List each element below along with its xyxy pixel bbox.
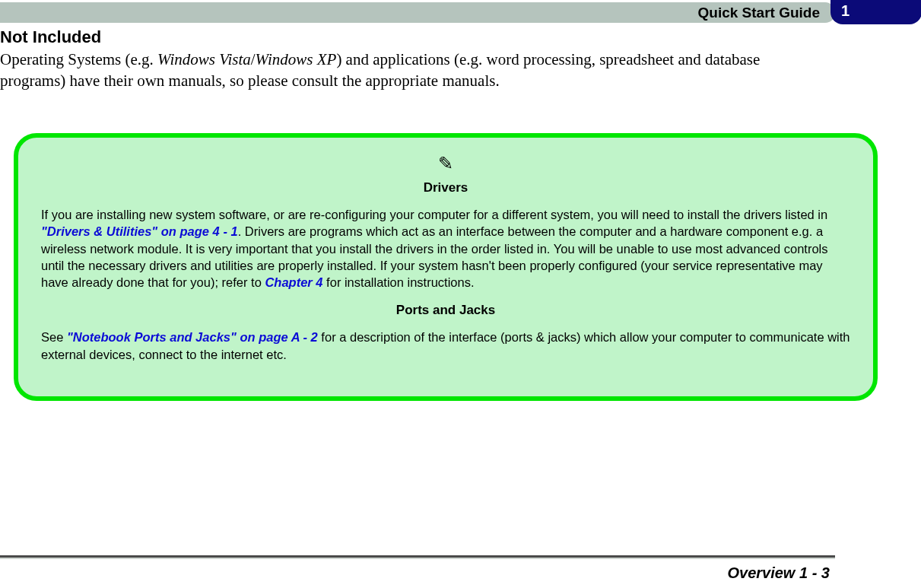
os-name-1: Windows Vista — [157, 50, 251, 68]
chapter-tab: 1 — [830, 0, 921, 24]
footer-page-label: Overview 1 - 3 — [727, 564, 830, 582]
header-title: Quick Start Guide — [698, 5, 820, 21]
link-chapter-4[interactable]: Chapter 4 — [265, 275, 322, 289]
callout-text: See — [41, 330, 67, 344]
body-text-part: Operating Systems (e.g. — [0, 50, 157, 68]
callout-text: If you are installing new system softwar… — [41, 208, 827, 221]
os-name-2: Windows XP — [256, 50, 337, 68]
link-drivers-utilities[interactable]: "Drivers & Utilities" on page 4 - 1 — [41, 224, 238, 238]
callout-paragraph-drivers: If you are installing new system softwar… — [41, 206, 850, 291]
callout-paragraph-ports: See "Notebook Ports and Jacks" on page A… — [41, 329, 850, 363]
info-callout: ✎ Drivers If you are installing new syst… — [14, 133, 878, 401]
callout-heading-ports: Ports and Jacks — [41, 303, 850, 318]
link-ports-jacks[interactable]: "Notebook Ports and Jacks" on page A - 2 — [67, 330, 318, 344]
section-heading: Not Included — [0, 27, 101, 47]
footer-divider — [0, 555, 835, 559]
callout-heading-drivers: Drivers — [41, 180, 850, 195]
body-paragraph: Operating Systems (e.g. Windows Vista/Wi… — [0, 49, 829, 92]
chapter-number: 1 — [841, 2, 850, 20]
header-bar: Quick Start Guide — [0, 2, 835, 23]
callout-text: for installation instructions. — [323, 275, 475, 289]
pencil-icon: ✎ — [41, 153, 850, 174]
